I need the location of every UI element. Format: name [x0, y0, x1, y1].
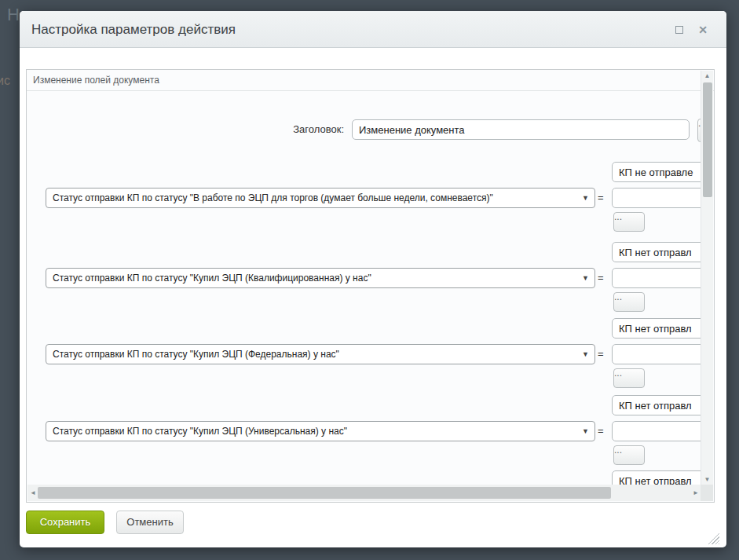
- panel-content: Заголовок: ... Статус отправки КП по ста…: [27, 91, 701, 485]
- select-value-label: Статус отправки КП по статусу "В работе …: [53, 192, 493, 203]
- background-page-text: Н: [7, 5, 20, 25]
- panel-section-title: Изменение полей документа: [27, 70, 714, 91]
- value-picker-button[interactable]: ...: [613, 368, 645, 388]
- restore-icon[interactable]: [673, 24, 686, 36]
- dropdown-arrow-icon: ▼: [582, 345, 589, 364]
- page-background: { "page": { "background_letter_top": "Н"…: [0, 0, 739, 560]
- status-value-input[interactable]: [612, 242, 701, 262]
- scroll-right-icon[interactable]: ►: [691, 485, 701, 501]
- equals-sign: =: [598, 425, 609, 437]
- horizontal-scroll-thumb[interactable]: [38, 487, 611, 499]
- equals-sign: =: [598, 348, 609, 360]
- new-value-input[interactable]: [612, 188, 701, 208]
- new-value-input[interactable]: [612, 344, 701, 364]
- dropdown-arrow-icon: ▼: [582, 422, 589, 441]
- new-value-input[interactable]: [612, 268, 701, 288]
- title-field-label: Заголовок:: [187, 123, 344, 135]
- value-picker-button[interactable]: ...: [613, 292, 645, 312]
- dialog-title: Настройка параметров действия: [31, 11, 236, 48]
- action-settings-dialog: Настройка параметров действия ✕ Изменени…: [20, 11, 726, 547]
- horizontal-scrollbar[interactable]: ◄ ►: [27, 485, 701, 501]
- vertical-scrollbar[interactable]: ▲ ▼: [701, 71, 713, 485]
- scrollbar-corner: [701, 485, 713, 501]
- title-input[interactable]: [352, 119, 690, 140]
- equals-sign: =: [598, 272, 609, 284]
- status-value-input[interactable]: [612, 318, 701, 339]
- vertical-scroll-thumb[interactable]: [703, 82, 712, 197]
- status-field-select[interactable]: Статус отправки КП по статусу "В работе …: [46, 188, 595, 208]
- new-value-input[interactable]: [612, 421, 701, 441]
- status-value-input[interactable]: [612, 470, 701, 485]
- status-field-select[interactable]: Статус отправки КП по статусу "Купил ЭЦП…: [46, 268, 595, 288]
- status-value-input[interactable]: [612, 162, 701, 182]
- status-value-input[interactable]: [612, 395, 701, 415]
- close-icon[interactable]: ✕: [697, 24, 709, 36]
- cancel-button[interactable]: Отменить: [116, 511, 184, 534]
- fields-panel: Изменение полей документа Заголовок: ...…: [26, 69, 715, 503]
- equals-sign: =: [598, 192, 609, 203]
- background-page-text: ис: [0, 74, 10, 88]
- save-button[interactable]: Сохранить: [26, 511, 104, 534]
- restore-square-icon: [675, 26, 683, 34]
- status-field-select[interactable]: Статус отправки КП по статусу "Купил ЭЦП…: [46, 421, 595, 441]
- select-value-label: Статус отправки КП по статусу "Купил ЭЦП…: [53, 349, 339, 360]
- dialog-header: Настройка параметров действия ✕: [20, 11, 726, 48]
- dropdown-arrow-icon: ▼: [582, 188, 589, 207]
- scroll-up-icon[interactable]: ▲: [701, 71, 713, 82]
- scroll-left-icon[interactable]: ◄: [28, 485, 38, 501]
- select-value-label: Статус отправки КП по статусу "Купил ЭЦП…: [53, 426, 347, 437]
- dropdown-arrow-icon: ▼: [582, 269, 589, 287]
- select-value-label: Статус отправки КП по статусу "Купил ЭЦП…: [53, 273, 371, 284]
- value-picker-button[interactable]: ...: [613, 212, 645, 232]
- resize-grip[interactable]: [708, 533, 719, 544]
- scroll-down-icon[interactable]: ▼: [701, 474, 713, 485]
- panel-scroll-viewport: Заголовок: ... Статус отправки КП по ста…: [27, 91, 701, 485]
- value-picker-button[interactable]: ...: [613, 445, 645, 465]
- status-field-select[interactable]: Статус отправки КП по статусу "Купил ЭЦП…: [46, 344, 595, 364]
